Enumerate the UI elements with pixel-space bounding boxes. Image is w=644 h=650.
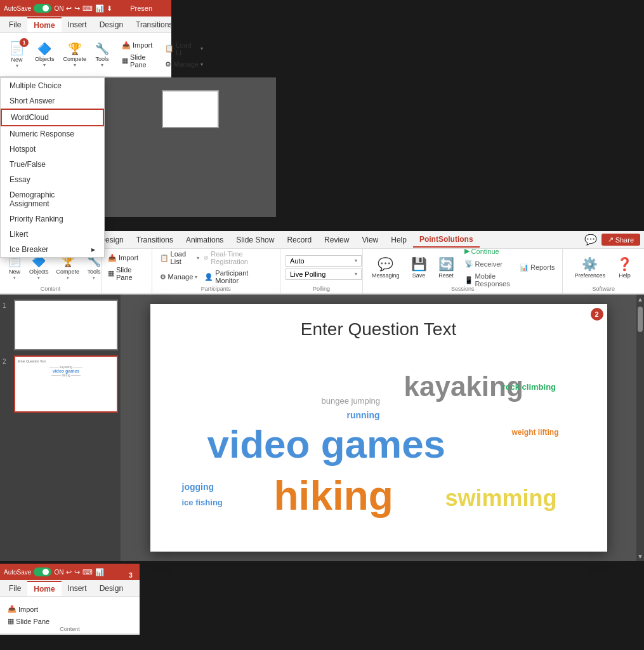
ribbon-section-software-label: Software	[563, 286, 644, 292]
slide-pane-btn-top[interactable]: ▦ Slide Pane	[119, 52, 155, 70]
slide-pane-btn-bot[interactable]: ▦ Slide Pane	[5, 616, 52, 627]
dropdown-item-likert[interactable]: Likert	[1, 227, 104, 242]
load-list-btn-mid[interactable]: 📋 Load List ▾ ⊘ Real-Time Registration	[157, 249, 275, 267]
slide-thumb-1[interactable]	[14, 300, 118, 350]
slide-panel-top	[105, 77, 276, 217]
chat-icon-mid[interactable]: 💬	[582, 232, 599, 248]
tab-insert-bot[interactable]: Insert	[62, 581, 93, 595]
slide-item-2[interactable]: 2 Enter Question Text ——— kayaking ——— v…	[3, 355, 118, 413]
autosave-toggle[interactable]	[34, 4, 51, 13]
question-text: Enter Question Text	[150, 304, 607, 340]
scroll-down-arrow[interactable]: ▼	[637, 553, 643, 560]
ribbon-tabs-bot: File Home Insert Design	[0, 580, 140, 597]
import-btn-mid[interactable]: 📥 Import	[105, 253, 148, 263]
load-li-label-top: Load Li	[176, 41, 199, 56]
preferences-btn-mid[interactable]: ⚙️ Preferences	[570, 254, 609, 281]
scrollbar-right[interactable]: ▲ ▼	[636, 295, 644, 561]
tools-btn-top[interactable]: 🔧 Tools ▾	[93, 39, 112, 70]
tab-view-mid[interactable]: View	[355, 233, 384, 247]
share-button[interactable]: ↗ Share	[601, 234, 640, 246]
title-bar-bot: AutoSave ON ↩ ↪ ⌨ 📊	[0, 564, 140, 580]
new-label-top: New	[11, 56, 22, 63]
objects-label-top: Objects	[35, 56, 55, 62]
objects-btn-top[interactable]: 🔷 Objects ▾	[32, 39, 57, 70]
dropdown-menu: Multiple Choice Short Answer WordCloud N…	[0, 77, 105, 258]
submenu-arrow-icon: ▸	[91, 245, 95, 254]
autosave-label-bot: AutoSave	[4, 569, 31, 576]
import-section-bot: 📥 Import ▦ Slide Pane	[5, 604, 52, 627]
dropdown-item-hotspot[interactable]: Hotspot	[1, 142, 104, 157]
ribbon-section-polling: Auto ▾ Live Polling ▾ Polling	[280, 249, 363, 293]
slide-pane-btn-mid[interactable]: ▦ Slide Pane	[105, 265, 148, 282]
tab-design-top[interactable]: Design	[93, 18, 129, 32]
dropdown-item-short-answer[interactable]: Short Answer	[1, 93, 104, 109]
tab-transitions-top[interactable]: Transitions	[129, 18, 179, 32]
slide-thumb-2[interactable]: Enter Question Text ——— kayaking ——— vid…	[14, 355, 118, 413]
messaging-btn-mid[interactable]: 💬 Messaging	[368, 254, 404, 281]
dropdown-item-essay[interactable]: Essay	[1, 172, 104, 187]
dropdown-item-priority[interactable]: Priority Ranking	[1, 211, 104, 227]
tab-home-top[interactable]: Home	[27, 17, 61, 32]
badge-3: 3	[126, 570, 136, 580]
slide-item-1[interactable]: 1	[3, 300, 118, 350]
ribbon-section-import: 📥 Import ▦ Slide Pane	[102, 249, 152, 293]
toggle-state-label: ON	[54, 5, 63, 12]
tab-transitions-mid[interactable]: Transitions	[130, 233, 180, 247]
wc-word-bungee: bungee jumping	[322, 396, 381, 406]
wc-word-weight-lifting: weight lifting	[512, 428, 559, 437]
new-button-top[interactable]: 📄 1 New ▾	[5, 38, 29, 71]
tab-slideshow-mid[interactable]: Slide Show	[230, 233, 280, 247]
wc-word-rock-climbing: rock climbing	[503, 382, 556, 392]
manage-btn-mid[interactable]: ⚙ Manage ▾ 👤 Participant Monitor	[157, 268, 275, 286]
tab-animations-mid[interactable]: Animations	[180, 233, 230, 247]
dropdown-item-truefalse[interactable]: True/False	[1, 157, 104, 172]
continue-btn-mid[interactable]: ▶ Continue	[462, 246, 513, 256]
autosave-toggle-bot[interactable]	[34, 567, 51, 576]
polling-select-box[interactable]: Auto ▾	[286, 255, 362, 267]
reset-btn-mid[interactable]: 🔄 Reset	[435, 254, 458, 281]
receiver-btn-mid[interactable]: 📡 Receiver	[462, 258, 513, 269]
word-cloud: kayaking bungee jumping running rock cli…	[150, 358, 607, 552]
tab-file-bot[interactable]: File	[3, 581, 27, 595]
slide-pane-label-top: Slide Pane	[130, 53, 152, 69]
wc-word-ice-fishing: ice fishing	[182, 498, 223, 507]
tab-design-bot[interactable]: Design	[93, 581, 129, 595]
tab-pointsolutions-mid[interactable]: PointSolutions	[413, 232, 480, 248]
dropdown-item-numeric[interactable]: Numeric Response	[1, 126, 104, 142]
wc-word-swimming: swimming	[445, 485, 557, 512]
reports-btn-mid[interactable]: 📊 Reports	[517, 262, 558, 273]
manage-btn-top[interactable]: ⚙ Manage ▾	[162, 59, 206, 70]
save-btn-mid[interactable]: 💾 Save	[407, 254, 431, 281]
wc-word-running: running	[347, 410, 380, 420]
slide-list-mid[interactable]: 1 2 Enter Question Text ——— kayaking ———…	[0, 295, 121, 561]
compete-label-top: Compete	[63, 56, 87, 62]
tab-help-mid[interactable]: Help	[384, 233, 413, 247]
import-btn-top[interactable]: 📥 Import	[119, 40, 155, 51]
continue-icon: ▶	[464, 247, 470, 255]
dropdown-item-ice-breaker[interactable]: Ice Breaker ▸	[1, 242, 104, 257]
new-label-mid: New	[9, 269, 20, 275]
tab-review-mid[interactable]: Review	[318, 233, 355, 247]
badge-1: 1	[20, 38, 29, 47]
tab-home-bot[interactable]: Home	[27, 581, 61, 596]
import-btn-bot[interactable]: 📥 Import	[5, 604, 52, 614]
objects-label-mid: Objects	[29, 269, 49, 275]
slide-num-1: 1	[3, 302, 11, 309]
dropdown-item-wordcloud[interactable]: WordCloud	[1, 109, 104, 126]
load-li-btn-top[interactable]: 📋 Load Li ▾	[162, 40, 206, 58]
compete-btn-top[interactable]: 🏆 Compete ▾	[61, 39, 89, 70]
scroll-up-arrow[interactable]: ▲	[637, 296, 643, 303]
tab-file-top[interactable]: File	[3, 18, 27, 32]
import-section-top: 📥 Import ▦ Slide Pane	[119, 40, 155, 70]
tab-insert-top[interactable]: Insert	[62, 18, 93, 32]
tab-record-mid[interactable]: Record	[280, 233, 318, 247]
save-label-mid: Save	[412, 272, 426, 279]
dropdown-item-multiple-choice[interactable]: Multiple Choice	[1, 78, 104, 93]
help-btn-mid[interactable]: ❓ Help	[613, 254, 636, 281]
dropdown-item-demographic[interactable]: Demographic Assignment	[1, 187, 104, 211]
live-polling-select-box[interactable]: Live Polling ▾	[286, 269, 362, 280]
scroll-thumb[interactable]	[638, 307, 643, 332]
ribbon-section-polling-label: Polling	[280, 286, 362, 292]
continue-reports-col: ▶ Continue 📡 Receiver 📱 Mobile Responses	[462, 246, 513, 289]
title-text-top: Presen	[115, 4, 168, 12]
